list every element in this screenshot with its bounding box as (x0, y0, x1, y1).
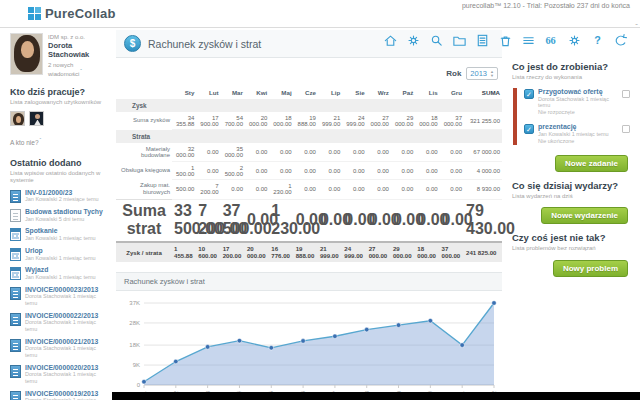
list-item[interactable]: SpotkanieJan Kowalski 1 miesiąc temu (10, 227, 107, 241)
who-works-title: Kto dziś pracuje? (10, 87, 107, 97)
messages-link[interactable]: 2 nowych wiadomościˇ (48, 62, 107, 77)
spinner-icons[interactable]: ▲▼ (490, 70, 494, 77)
avatar (10, 33, 43, 75)
task-checkbox[interactable] (622, 125, 630, 133)
dollar-icon: $ (124, 35, 141, 52)
todo-title: Co jest do zrobienia? (512, 61, 630, 72)
collapse-icon[interactable]: ˆ (635, 22, 638, 31)
trial-status: purecollab™ 12.10 - Trial: Pozostało 237… (462, 2, 630, 9)
task-item[interactable]: ✓prezentacjęJan Kowalski 1 miesiąc temuN… (524, 123, 630, 145)
avatar[interactable] (29, 111, 44, 126)
recent-subtitle: Lista wpisów ostatnio dodanych w systemi… (10, 170, 107, 185)
list-item[interactable]: INVOICE/0000021/2013Dorota Stachowiak 1 … (10, 338, 107, 359)
check-icon[interactable]: ✓ (524, 124, 534, 134)
column-header: Kwi (245, 86, 269, 99)
task-item[interactable]: ✓Przygotować ofertęDorota Stachowiak 1 m… (524, 88, 630, 117)
item-title: Spotkanie (25, 227, 96, 235)
list-item[interactable]: INVOICE/0000020/2013Dorota Stachowiak 1 … (10, 364, 107, 385)
help-icon[interactable]: ? (589, 32, 605, 48)
task-title: Przygotować ofertę (538, 88, 618, 96)
cell-value: 321 255.00 (464, 112, 502, 130)
table-header-row: StyLutMarKwiMajCzeLipSieWrzPaźLisGruSUMA (116, 86, 502, 99)
undo-icon[interactable] (612, 32, 628, 48)
task-title: prezentację (538, 123, 609, 131)
cell-value: 29 000.00 (391, 242, 415, 262)
cell-value: 0.00 (415, 180, 439, 199)
column-header: Lut (196, 86, 220, 99)
cell-value: 37 000.00 (440, 112, 464, 130)
column-header: Maj (269, 86, 293, 99)
document-icon[interactable] (474, 32, 490, 48)
calendar-icon (10, 248, 21, 261)
calendar-icon (10, 267, 21, 280)
trash-icon[interactable] (497, 32, 513, 48)
cell-value: 0.00 (342, 162, 366, 180)
home-icon[interactable] (382, 32, 398, 48)
user-profile[interactable]: IDM sp. z o.o. Dorota Stachowiak 2 nowyc… (10, 33, 107, 77)
cell-value: 18 000.00 (269, 112, 293, 130)
cell-value: 1 455.88 (172, 242, 196, 262)
column-header: Wrz (367, 86, 391, 99)
recent-list: INV-01/2000/23Jan Kowalski 2 miesiące te… (10, 189, 107, 400)
app-window: PureCollab purecollab™ 12.10 - Trial: Po… (0, 0, 640, 400)
list-item[interactable]: INVOICE/0000019/2013Dorota Stachowiak 1 … (10, 390, 107, 400)
menu-icon[interactable] (520, 32, 536, 48)
table-row: Zysk (116, 99, 502, 112)
quote-icon[interactable]: 66 (543, 32, 559, 48)
events-title: Co się dzisiaj wydarzy? (512, 180, 630, 191)
year-select[interactable]: 2013 ▲▼ (466, 67, 498, 80)
profit-loss-table: StyLutMarKwiMajCzeLipSieWrzPaźLisGruSUMA… (116, 86, 502, 262)
table-row: Materiały budowlane32 000.000.0035 000.0… (116, 143, 502, 162)
purecollab-logo[interactable]: PureCollab (28, 6, 116, 21)
table-row: Zysk / strata1 455.8810 600.0017 200.002… (116, 242, 502, 262)
new-task-button[interactable]: Nowe zadanie (555, 155, 628, 172)
who-not-link[interactable]: A kto nie?ˇ (10, 137, 41, 146)
avatar[interactable] (10, 111, 25, 126)
cell-value: 18 000.00 (415, 112, 439, 130)
item-title: Urlop (25, 247, 96, 255)
item-meta: Dorota Stachowiak 1 miesiąc temu (25, 371, 107, 384)
item-meta: Dorota Stachowiak 1 miesiąc temu (25, 293, 107, 306)
cell-value: 0.00 (367, 162, 391, 180)
column-header: Sty (172, 86, 196, 99)
item-title: INVOICE/0000019/2013 (25, 390, 107, 398)
settings-icon[interactable] (566, 32, 582, 48)
item-meta: Jan Kowalski 5 dni temu (25, 216, 103, 223)
row-label: Materiały budowlane (116, 143, 172, 162)
cell-value: 67 000.00 (464, 143, 502, 162)
list-item[interactable]: INVOICE/0000022/2013Dorota Stachowiak 1 … (10, 312, 107, 333)
cell-value: 0.00 (318, 199, 342, 242)
table-row: Suma strat33 500.007 200.0037 500.000.00… (116, 199, 502, 242)
screen-letterbox (112, 392, 640, 400)
folder-icon[interactable] (451, 32, 467, 48)
column-header: Lis (415, 86, 439, 99)
cell-value: 21 999.00 (318, 112, 342, 130)
cell-value: 21 999.00 (318, 242, 342, 262)
profit-loss-chart: 09K18K28K37K2013-012013-022013-032013-04… (118, 295, 504, 400)
cell-value: 0.00 (342, 143, 366, 162)
task-checkbox[interactable] (622, 90, 630, 98)
new-issue-button[interactable]: Nowy problem (553, 260, 628, 277)
events-subtitle: Lista wydarzeń na dziś (512, 193, 630, 201)
gear-icon[interactable] (405, 32, 421, 48)
cell-value: 0.00 (196, 162, 220, 180)
list-item[interactable]: WyjazdJan Kowalski 1 miesiąc temu (10, 266, 107, 280)
search-icon[interactable] (428, 32, 444, 48)
task-status: Nie rozpoczęte (538, 109, 618, 116)
cell-value: 7 200.00 (196, 180, 220, 199)
column-header: Paź (391, 86, 415, 99)
item-meta: Jan Kowalski 1 miesiąc temu (25, 274, 96, 281)
column-header: SUMA (464, 86, 502, 99)
list-item[interactable]: Budowa stadionu TychyJan Kowalski 5 dni … (10, 208, 107, 222)
cell-value: 10 600.00 (196, 242, 220, 262)
cell-value: 24 999.00 (342, 242, 366, 262)
check-icon[interactable]: ✓ (524, 89, 534, 99)
cell-value: 24 999.00 (342, 112, 366, 130)
recent-title: Ostatnio dodano (10, 158, 107, 168)
new-event-button[interactable]: Nowe wydarzenie (541, 207, 628, 224)
list-item[interactable]: INV-01/2000/23Jan Kowalski 2 miesiące te… (10, 189, 107, 203)
row-label: Suma strat (116, 199, 172, 242)
cell-value: 0.00 (294, 143, 318, 162)
list-item[interactable]: UrlopJan Kowalski 1 miesiąc temu (10, 247, 107, 261)
list-item[interactable]: INVOICE/0000023/2013Dorota Stachowiak 1 … (10, 286, 107, 307)
